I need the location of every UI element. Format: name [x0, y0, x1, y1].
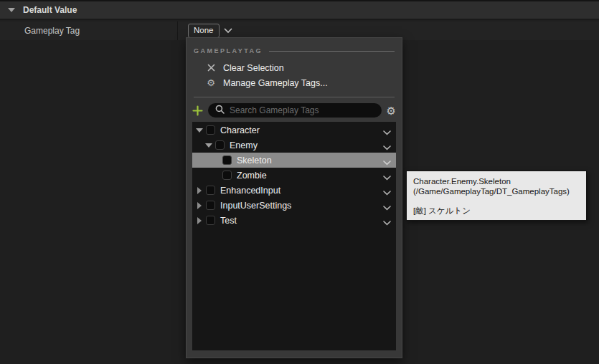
manage-gameplay-tags-label: Manage Gameplay Tags... [223, 78, 328, 88]
expander-expanded-icon[interactable] [204, 143, 213, 148]
gameplay-tag-tree: Character Enemy Skeleton Zombie [192, 122, 396, 350]
tree-row-test[interactable]: Test [192, 213, 396, 228]
expander-collapsed-icon[interactable] [195, 187, 204, 194]
popup-section-title: GAMEPLAYTAG [194, 47, 263, 54]
search-input[interactable] [230, 105, 374, 115]
property-label: Gameplay Tag [0, 26, 177, 36]
tree-row-label: Test [220, 216, 237, 226]
clear-selection-label: Clear Selection [223, 63, 284, 73]
gameplay-tag-combo-button[interactable]: None [188, 24, 220, 38]
chevron-down-icon[interactable] [383, 173, 391, 183]
category-expand-icon[interactable] [8, 8, 15, 12]
clear-selection-menu-item[interactable]: Clear Selection [192, 60, 396, 75]
chevron-down-icon[interactable] [383, 218, 391, 228]
tag-checkbox[interactable] [206, 201, 215, 210]
popup-section-header: GAMEPLAYTAG [194, 47, 396, 54]
expander-collapsed-icon[interactable] [195, 202, 204, 209]
tag-checkbox[interactable] [206, 216, 215, 225]
chevron-down-icon[interactable] [383, 188, 391, 198]
tree-row-skeleton[interactable]: Skeleton [192, 153, 396, 168]
gameplay-tag-picker-popup: GAMEPLAYTAG Clear Selection ⚙ Manage Gam… [186, 37, 402, 358]
tree-row-label: EnhancedInput [220, 186, 280, 196]
tree-row-label: Zombie [237, 171, 267, 181]
category-header-default-value[interactable]: Default Value [0, 1, 599, 20]
manage-gameplay-tags-menu-item[interactable]: ⚙ Manage Gameplay Tags... [192, 75, 396, 90]
tooltip-tag-path: Character.Enemy.Skeleton [413, 176, 580, 186]
tree-row-label: Character [220, 125, 260, 135]
tag-checkbox[interactable] [222, 155, 232, 165]
tooltip-description: [敵] スケルトン [413, 206, 580, 216]
category-title: Default Value [23, 5, 77, 15]
tree-row-label: Enemy [230, 140, 258, 150]
tag-checkbox[interactable] [222, 171, 232, 180]
add-tag-plus-icon[interactable] [192, 105, 203, 116]
expander-collapsed-icon[interactable] [195, 217, 204, 224]
tree-row-inputusersettings[interactable]: InputUserSettings [192, 198, 396, 213]
x-icon [206, 64, 216, 72]
chevron-down-icon[interactable] [383, 203, 391, 213]
tree-row-label: InputUserSettings [220, 201, 291, 211]
expander-expanded-icon[interactable] [195, 128, 204, 133]
chevron-down-icon[interactable] [383, 128, 391, 138]
tree-row-character[interactable]: Character [192, 123, 396, 138]
tag-checkbox[interactable] [215, 140, 225, 150]
search-icon [215, 104, 225, 117]
tree-row-zombie[interactable]: Zombie [192, 168, 396, 183]
tag-tooltip: Character.Enemy.Skeleton (/Game/Gameplay… [406, 171, 587, 221]
chevron-down-icon[interactable] [383, 143, 391, 153]
combo-chevron-down-icon[interactable] [224, 28, 232, 34]
chevron-down-icon[interactable] [383, 158, 391, 168]
settings-gear-icon[interactable]: ⚙ [387, 105, 396, 116]
gear-icon: ⚙ [206, 78, 216, 87]
tooltip-source-path: (/Game/GameplayTag/DT_GameplayTags) [413, 186, 580, 196]
tree-row-enemy[interactable]: Enemy [192, 138, 396, 153]
search-row: ⚙ [192, 103, 396, 118]
tag-checkbox[interactable] [206, 186, 215, 195]
property-value-cell: None [178, 24, 232, 38]
section-header-rule [269, 51, 395, 52]
tag-checkbox[interactable] [206, 125, 215, 135]
search-box[interactable] [208, 103, 382, 118]
tree-row-enhancedinput[interactable]: EnhancedInput [192, 183, 396, 198]
menu-separator [194, 97, 395, 97]
tree-row-label: Skeleton [237, 155, 272, 166]
